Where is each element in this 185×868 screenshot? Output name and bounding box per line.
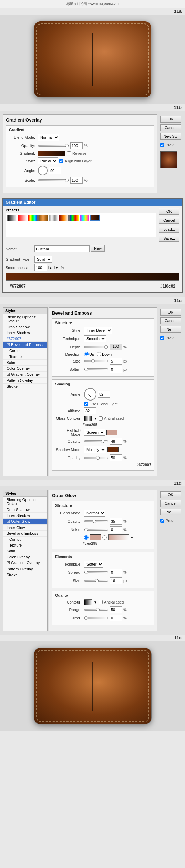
be-shadow-opacity-input[interactable]	[110, 454, 122, 461]
be-highlight-color[interactable]	[106, 430, 117, 435]
outer-glow-item-11d[interactable]: ☑ Outer Glow	[3, 519, 47, 525]
og-jitter-input[interactable]	[110, 615, 122, 621]
align-layer-checkbox[interactable]	[59, 159, 63, 163]
color-overlay-item-11d[interactable]: Color Overlay	[3, 554, 47, 560]
stroke-item-11c[interactable]: Stroke	[3, 384, 47, 389]
ok-button-11c[interactable]: OK	[160, 309, 181, 316]
preset-warm[interactable]	[59, 215, 69, 221]
texture-item-11c[interactable]: Texture	[3, 354, 47, 360]
be-angle-input[interactable]	[98, 391, 110, 398]
og-spread-slider[interactable]	[84, 571, 108, 573]
be-dir-down[interactable]: Down	[97, 352, 112, 356]
ok-button-11b[interactable]: OK	[160, 116, 181, 123]
preset-red-trans[interactable]	[18, 215, 27, 221]
og-noise-slider[interactable]	[84, 529, 108, 531]
ge-smooth-down[interactable]: ▼	[54, 266, 59, 269]
og-contour-arrow[interactable]: ▼	[94, 600, 97, 604]
gradient-swatch[interactable]	[38, 151, 65, 156]
opacity-slider[interactable]	[38, 145, 69, 147]
preset-black-white[interactable]	[7, 215, 17, 221]
be-gloss-arrow[interactable]: ▼	[94, 417, 97, 421]
contour-item-11d[interactable]: Contour	[3, 537, 47, 542]
og-opacity-input[interactable]	[110, 518, 122, 525]
opacity-input[interactable]	[70, 142, 83, 149]
cancel-button-11d[interactable]: Cancel	[160, 500, 181, 507]
contour-item-11c[interactable]: Contour	[3, 348, 47, 354]
ge-new-button[interactable]: New	[91, 245, 105, 252]
scale-input[interactable]	[70, 177, 83, 184]
drop-shadow-item-11c[interactable]: Drop Shadow	[3, 324, 47, 330]
preset-multicolor2[interactable]	[80, 215, 89, 221]
og-contour-swatch[interactable]	[84, 599, 92, 605]
og-color-swatch[interactable]	[90, 534, 101, 540]
new-style-button-11c[interactable]: Ne...	[160, 326, 181, 333]
ge-save-button[interactable]: Save...	[159, 235, 179, 242]
bevel-emboss-item-11d[interactable]: Bevel and Emboss	[3, 531, 47, 537]
color-overlay-item-11c[interactable]: Color Overlay	[3, 366, 47, 372]
be-size-slider[interactable]	[84, 360, 108, 362]
be-highlight-slider[interactable]	[84, 440, 108, 442]
og-jitter-slider[interactable]	[84, 617, 108, 619]
og-gradient-arrow[interactable]: ▼	[130, 536, 134, 539]
bevel-emboss-item-11c[interactable]: ☑ Bevel and Emboss	[3, 342, 47, 348]
be-anti-alias-cb[interactable]	[99, 416, 103, 421]
preview-checkbox-11c[interactable]	[160, 336, 164, 340]
be-shadow-color[interactable]	[107, 447, 119, 452]
og-size-input[interactable]	[110, 577, 122, 584]
og-gradient-radio[interactable]	[102, 535, 107, 540]
angle-input[interactable]	[49, 167, 61, 174]
be-global-light-cb[interactable]	[84, 402, 88, 406]
pattern-overlay-item-11c[interactable]: Pattern Overlay	[3, 378, 47, 384]
angle-knob[interactable]	[38, 166, 48, 175]
og-solid-radio[interactable]	[84, 535, 89, 540]
og-anti-alias-cb[interactable]	[99, 600, 103, 604]
be-style-select[interactable]: Inner Bevel	[84, 327, 112, 334]
new-style-button-11d[interactable]: Ne...	[160, 509, 181, 515]
ge-ok-button[interactable]: OK	[159, 208, 179, 215]
be-altitude-input[interactable]	[84, 407, 96, 414]
inner-shadow-item-11c[interactable]: Inner Shadow	[3, 330, 47, 336]
ge-name-input[interactable]	[34, 245, 90, 252]
ge-smooth-up[interactable]: ▲	[48, 266, 53, 269]
gradient-overlay-item-11d[interactable]: ☑ Gradient Overlay	[3, 560, 47, 566]
ge-cancel-button[interactable]: Cancel	[159, 217, 179, 224]
og-gradient-swatch[interactable]	[108, 534, 129, 540]
stroke-item-11d[interactable]: Stroke	[3, 572, 47, 578]
be-soften-input[interactable]	[110, 366, 122, 373]
texture-item-11d[interactable]: Texture	[3, 542, 47, 548]
pattern-overlay-item-11d[interactable]: Pattern Overlay	[3, 566, 47, 572]
be-highlight-opacity-input[interactable]	[110, 438, 122, 445]
be-soften-slider[interactable]	[84, 368, 108, 370]
ge-load-button[interactable]: Load...	[159, 226, 179, 233]
og-opacity-slider[interactable]	[84, 520, 108, 522]
be-highlight-mode-select[interactable]: Screen	[84, 429, 105, 436]
drop-shadow-item-11d[interactable]: Drop Shadow	[3, 507, 47, 513]
be-size-input[interactable]	[110, 358, 122, 365]
og-technique-select[interactable]: Softer	[84, 561, 103, 568]
satin-item-11d[interactable]: Satin	[3, 548, 47, 554]
reverse-checkbox[interactable]	[67, 151, 71, 155]
preset-rainbow[interactable]	[28, 215, 38, 221]
og-range-input[interactable]	[110, 606, 122, 613]
scale-slider[interactable]	[38, 179, 69, 181]
be-technique-select[interactable]: Smooth	[84, 335, 106, 342]
preset-copper[interactable]	[38, 215, 48, 221]
preview-checkbox-11b[interactable]	[160, 143, 164, 147]
be-dir-up[interactable]: Up	[84, 352, 94, 356]
outer-glow-item-11c[interactable]: #672907	[3, 336, 47, 342]
og-blend-select[interactable]: Normal	[84, 510, 105, 517]
style-select[interactable]: Radial	[38, 157, 58, 164]
preset-multicolor1[interactable]	[69, 215, 79, 221]
be-shadow-mode-select[interactable]: Multiply	[84, 446, 106, 453]
og-range-slider[interactable]	[84, 609, 108, 611]
og-size-slider[interactable]	[84, 580, 108, 582]
preview-checkbox-11d[interactable]	[160, 519, 164, 523]
inner-glow-item-11d[interactable]: Inner Glow	[3, 525, 47, 531]
blending-options-11d[interactable]: Blending Options: Default	[3, 497, 47, 507]
blend-mode-select[interactable]: Normal	[38, 134, 59, 141]
satin-item-11c[interactable]: Satin	[3, 360, 47, 366]
ok-button-11d[interactable]: OK	[160, 491, 181, 498]
ge-smooth-input[interactable]	[34, 264, 47, 271]
og-noise-input[interactable]	[110, 526, 122, 533]
gradient-overlay-item-11c[interactable]: ☑ Gradient Overlay	[3, 372, 47, 378]
